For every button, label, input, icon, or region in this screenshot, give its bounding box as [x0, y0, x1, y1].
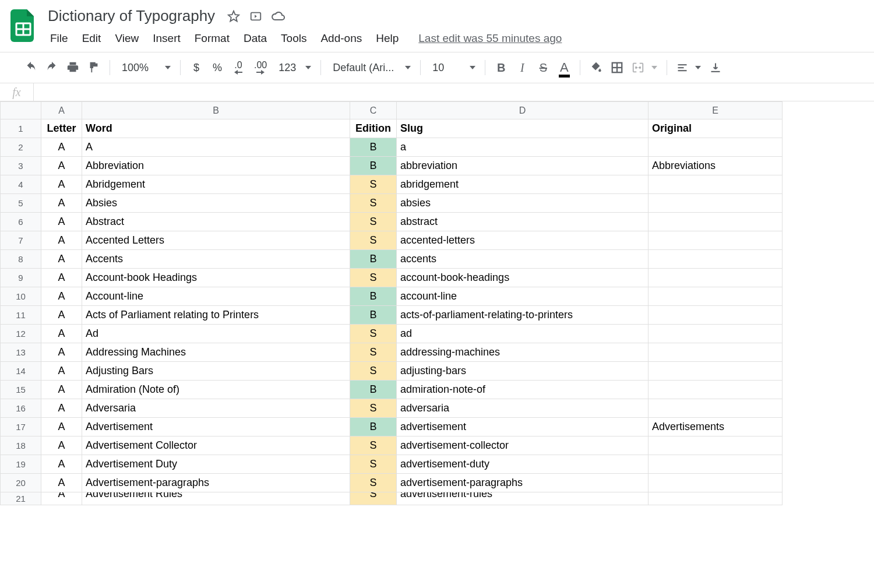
cell[interactable]: Advertisement [82, 418, 350, 436]
select-all-corner[interactable] [1, 102, 41, 119]
cell[interactable]: Ad [82, 325, 350, 343]
row-header[interactable]: 14 [1, 362, 41, 381]
cell[interactable]: B [350, 381, 397, 399]
increase-decimal-button[interactable]: .00 [249, 58, 272, 78]
last-edit-link[interactable]: Last edit was 55 minutes ago [418, 32, 562, 45]
cell[interactable] [649, 269, 783, 287]
cell[interactable]: advertisement [397, 418, 649, 436]
cell[interactable]: Slug [397, 119, 649, 138]
cell[interactable] [649, 492, 783, 505]
cell[interactable]: S [350, 194, 397, 213]
cell[interactable]: A [41, 436, 82, 455]
cell[interactable]: Acts of Parliament relating to Printers [82, 306, 350, 325]
cell[interactable]: abbreviation [397, 157, 649, 175]
cell[interactable]: Absies [82, 194, 350, 213]
cell[interactable]: account-line [397, 287, 649, 306]
cell[interactable]: adjusting-bars [397, 362, 649, 381]
horizontal-align-button[interactable] [673, 62, 704, 73]
cell[interactable]: Advertisement Collector [82, 436, 350, 455]
row-header[interactable]: 3 [1, 157, 41, 175]
cell[interactable]: B [350, 287, 397, 306]
cell[interactable]: account-book-headings [397, 269, 649, 287]
cell[interactable]: advertisement-rules [397, 492, 649, 505]
cell[interactable] [649, 399, 783, 418]
cell[interactable]: A [41, 231, 82, 250]
row-header[interactable]: 12 [1, 325, 41, 343]
row-header[interactable]: 8 [1, 250, 41, 269]
cell[interactable]: B [350, 250, 397, 269]
cell[interactable]: S [350, 213, 397, 231]
cell[interactable]: A [82, 138, 350, 157]
cell[interactable] [649, 213, 783, 231]
cell[interactable]: S [350, 399, 397, 418]
row-header[interactable]: 1 [1, 119, 41, 138]
cell[interactable] [649, 231, 783, 250]
menu-edit[interactable]: Edit [76, 29, 107, 48]
italic-button[interactable]: I [512, 58, 532, 78]
cell[interactable]: accents [397, 250, 649, 269]
cell[interactable] [649, 343, 783, 362]
cell[interactable]: advertisement-duty [397, 455, 649, 474]
cell[interactable] [649, 194, 783, 213]
cell[interactable] [649, 362, 783, 381]
cell[interactable]: A [41, 418, 82, 436]
cell[interactable] [649, 381, 783, 399]
cell[interactable]: A [41, 474, 82, 492]
cell[interactable]: Addressing Machines [82, 343, 350, 362]
cell[interactable]: advertisement-paragraphs [397, 474, 649, 492]
cell[interactable]: Admiration (Note of) [82, 381, 350, 399]
cell[interactable]: Advertisement-paragraphs [82, 474, 350, 492]
row-header[interactable]: 7 [1, 231, 41, 250]
cell[interactable]: S [350, 455, 397, 474]
cell[interactable]: Original [649, 119, 783, 138]
row-header[interactable]: 2 [1, 138, 41, 157]
strikethrough-button[interactable]: S [533, 58, 553, 78]
cell[interactable]: Abbreviations [649, 157, 783, 175]
cell[interactable]: A [41, 492, 82, 505]
menu-tools[interactable]: Tools [275, 29, 312, 48]
row-header[interactable]: 20 [1, 474, 41, 492]
undo-button[interactable] [21, 58, 41, 78]
cell[interactable] [649, 455, 783, 474]
cell[interactable]: Account-line [82, 287, 350, 306]
menu-insert[interactable]: Insert [147, 29, 186, 48]
cell[interactable]: addressing-machines [397, 343, 649, 362]
cell[interactable]: S [350, 325, 397, 343]
cell[interactable]: A [41, 175, 82, 194]
cell[interactable]: A [41, 381, 82, 399]
menu-view[interactable]: View [109, 29, 145, 48]
menu-addons[interactable]: Add-ons [315, 29, 368, 48]
cell[interactable]: S [350, 175, 397, 194]
decrease-decimal-button[interactable]: .0 [228, 58, 248, 78]
cell[interactable]: Adjusting Bars [82, 362, 350, 381]
row-header[interactable]: 4 [1, 175, 41, 194]
redo-button[interactable] [42, 58, 62, 78]
cell[interactable]: A [41, 325, 82, 343]
row-header[interactable]: 21 [1, 492, 41, 505]
spreadsheet-grid[interactable]: A B C D E 1 Letter Word Edition Slug Ori… [0, 101, 874, 555]
more-formats-select[interactable]: 123 [273, 62, 315, 74]
star-icon[interactable] [227, 9, 241, 23]
cell[interactable]: S [350, 343, 397, 362]
row-header[interactable]: 9 [1, 269, 41, 287]
column-header-E[interactable]: E [649, 102, 783, 119]
cell[interactable]: Word [82, 119, 350, 138]
cell[interactable]: B [350, 306, 397, 325]
cell[interactable]: S [350, 474, 397, 492]
cell[interactable] [649, 474, 783, 492]
cell[interactable]: A [41, 269, 82, 287]
row-header[interactable]: 16 [1, 399, 41, 418]
borders-button[interactable] [607, 58, 627, 78]
zoom-select[interactable]: 100% [116, 62, 174, 74]
cell[interactable]: adversaria [397, 399, 649, 418]
menu-format[interactable]: Format [189, 29, 235, 48]
cell[interactable]: A [41, 455, 82, 474]
cell[interactable]: Advertisements [649, 418, 783, 436]
cell[interactable]: A [41, 399, 82, 418]
move-icon[interactable] [249, 9, 263, 23]
cell[interactable]: Accented Letters [82, 231, 350, 250]
menu-data[interactable]: Data [238, 29, 273, 48]
cell[interactable]: absies [397, 194, 649, 213]
cell[interactable]: Accents [82, 250, 350, 269]
font-family-select[interactable]: Default (Ari... [327, 62, 414, 74]
